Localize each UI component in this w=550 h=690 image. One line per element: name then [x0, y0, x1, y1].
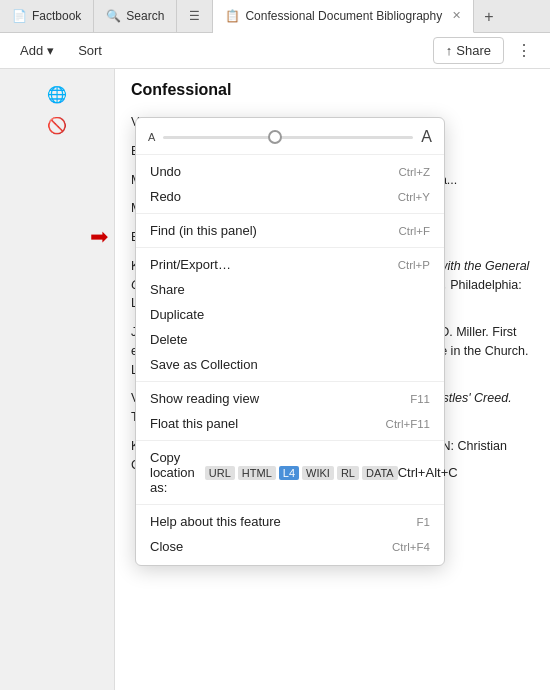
confessional-icon: 📋: [225, 9, 240, 23]
divider-5: [136, 504, 444, 505]
menu-item-save-collection[interactable]: Save as Collection: [136, 352, 444, 377]
copy-location-shortcut: Ctrl+Alt+C: [398, 465, 458, 480]
context-menu: A A Undo Ctrl+Z Redo Ctrl+Y Find (in thi…: [135, 117, 445, 566]
tab-confessional[interactable]: 📋 Confessional Document Bibliography ✕: [213, 0, 474, 33]
copy-location-label: Copy location as:: [150, 450, 195, 495]
content-area: 🌐 🚫 Confessional Von Harnack, Ado... Tra…: [0, 69, 550, 690]
redo-shortcut: Ctrl+Y: [398, 191, 430, 203]
reading-view-shortcut: F11: [410, 393, 430, 405]
add-button[interactable]: Add ▾: [12, 39, 62, 62]
share-button[interactable]: ↑ Share: [433, 37, 504, 64]
tag-url[interactable]: URL: [205, 466, 235, 480]
tag-wiki[interactable]: WIKI: [302, 466, 334, 480]
sort-button[interactable]: Sort: [70, 39, 110, 62]
factbook-icon: 📄: [12, 9, 27, 23]
tab-confessional-label: Confessional Document Bibliography: [245, 9, 442, 23]
outline-icon: ☰: [189, 9, 200, 23]
reading-view-label: Show reading view: [150, 391, 259, 406]
delete-label: Delete: [150, 332, 188, 347]
float-panel-label: Float this panel: [150, 416, 238, 431]
font-size-row: A A: [136, 124, 444, 155]
tab-close-button[interactable]: ✕: [452, 9, 461, 22]
menu-item-redo[interactable]: Redo Ctrl+Y: [136, 184, 444, 209]
menu-item-share[interactable]: Share: [136, 277, 444, 302]
add-label: Add: [20, 43, 43, 58]
divider-1: [136, 213, 444, 214]
divider-3: [136, 381, 444, 382]
tab-factbook-label: Factbook: [32, 9, 81, 23]
menu-item-delete[interactable]: Delete: [136, 327, 444, 352]
search-icon: 🔍: [106, 9, 121, 23]
close-shortcut: Ctrl+F4: [392, 541, 430, 553]
share-icon: ↑: [446, 43, 453, 58]
tab-search[interactable]: 🔍 Search: [94, 0, 177, 33]
toolbar-right: ↑ Share ⋮: [433, 37, 538, 64]
globe-icon[interactable]: 🌐: [47, 85, 67, 104]
copy-location-left: Copy location as: URL HTML L4 WIKI RL DA…: [150, 450, 398, 495]
page-title: Confessional: [131, 81, 534, 99]
redo-label: Redo: [150, 189, 181, 204]
sidebar: 🌐 🚫: [0, 69, 115, 690]
print-label: Print/Export…: [150, 257, 231, 272]
block-icon[interactable]: 🚫: [47, 116, 67, 135]
find-shortcut: Ctrl+F: [398, 225, 430, 237]
font-size-slider[interactable]: [163, 136, 413, 139]
share-label: Share: [456, 43, 491, 58]
tab-factbook[interactable]: 📄 Factbook: [0, 0, 94, 33]
menu-item-print[interactable]: Print/Export… Ctrl+P: [136, 252, 444, 277]
tag-l4[interactable]: L4: [279, 466, 299, 480]
divider-4: [136, 440, 444, 441]
new-tab-button[interactable]: +: [474, 0, 503, 33]
print-shortcut: Ctrl+P: [398, 259, 430, 271]
tag-data[interactable]: DATA: [362, 466, 398, 480]
menu-item-close[interactable]: Close Ctrl+F4: [136, 534, 444, 559]
menu-item-reading-view[interactable]: Show reading view F11: [136, 386, 444, 411]
menu-item-duplicate[interactable]: Duplicate: [136, 302, 444, 327]
share-menu-label: Share: [150, 282, 185, 297]
sort-label: Sort: [78, 43, 102, 58]
help-label: Help about this feature: [150, 514, 281, 529]
divider-2: [136, 247, 444, 248]
menu-item-copy-location[interactable]: Copy location as: URL HTML L4 WIKI RL DA…: [136, 445, 444, 500]
tag-rl[interactable]: RL: [337, 466, 359, 480]
font-size-small-label: A: [148, 131, 155, 143]
tag-html[interactable]: HTML: [238, 466, 276, 480]
save-collection-label: Save as Collection: [150, 357, 258, 372]
add-dropdown-icon: ▾: [47, 43, 54, 58]
toolbar: Add ▾ Sort ↑ Share ⋮: [0, 33, 550, 69]
menu-item-undo[interactable]: Undo Ctrl+Z: [136, 159, 444, 184]
sidebar-icons: 🌐 🚫: [0, 77, 114, 135]
menu-item-float-panel[interactable]: Float this panel Ctrl+F11: [136, 411, 444, 436]
tab-bar: 📄 Factbook 🔍 Search ☰ 📋 Confessional Doc…: [0, 0, 550, 33]
tab-outline[interactable]: ☰: [177, 0, 213, 33]
duplicate-label: Duplicate: [150, 307, 204, 322]
copy-location-tags: URL HTML L4 WIKI RL DATA: [205, 466, 398, 480]
more-icon: ⋮: [516, 42, 532, 59]
arrow-indicator: ➡: [90, 224, 108, 250]
menu-item-find[interactable]: Find (in this panel) Ctrl+F: [136, 218, 444, 243]
menu-item-help[interactable]: Help about this feature F1: [136, 509, 444, 534]
help-shortcut: F1: [417, 516, 430, 528]
float-panel-shortcut: Ctrl+F11: [386, 418, 430, 430]
undo-shortcut: Ctrl+Z: [398, 166, 430, 178]
find-label: Find (in this panel): [150, 223, 257, 238]
close-label: Close: [150, 539, 183, 554]
undo-label: Undo: [150, 164, 181, 179]
tab-search-label: Search: [126, 9, 164, 23]
more-options-button[interactable]: ⋮: [510, 37, 538, 64]
font-size-large-label: A: [421, 128, 432, 146]
